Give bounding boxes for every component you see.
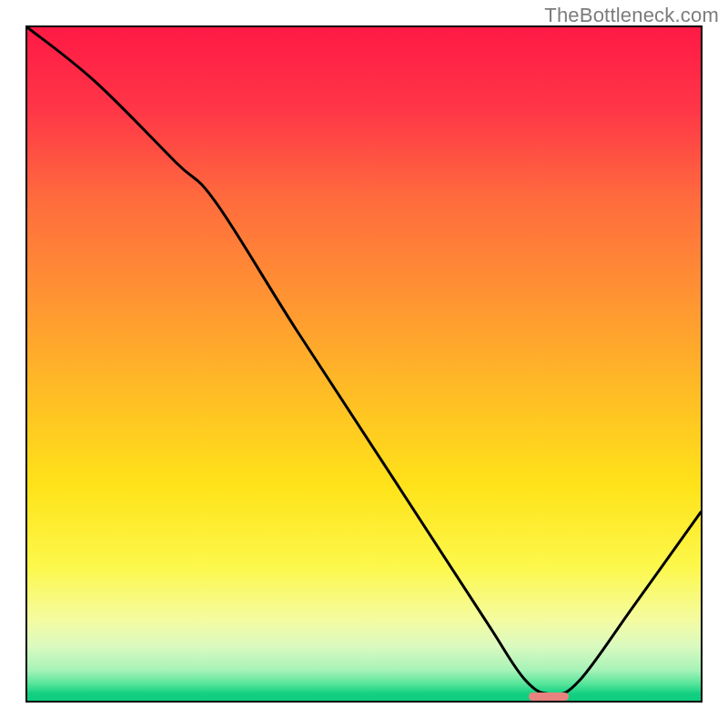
bottleneck-curve-path xyxy=(27,27,701,694)
bottleneck-chart: TheBottleneck.com xyxy=(0,0,728,728)
optimal-marker xyxy=(529,693,570,701)
curve-layer xyxy=(27,27,701,701)
plot-area xyxy=(25,25,703,703)
watermark-text: TheBottleneck.com xyxy=(544,4,719,27)
